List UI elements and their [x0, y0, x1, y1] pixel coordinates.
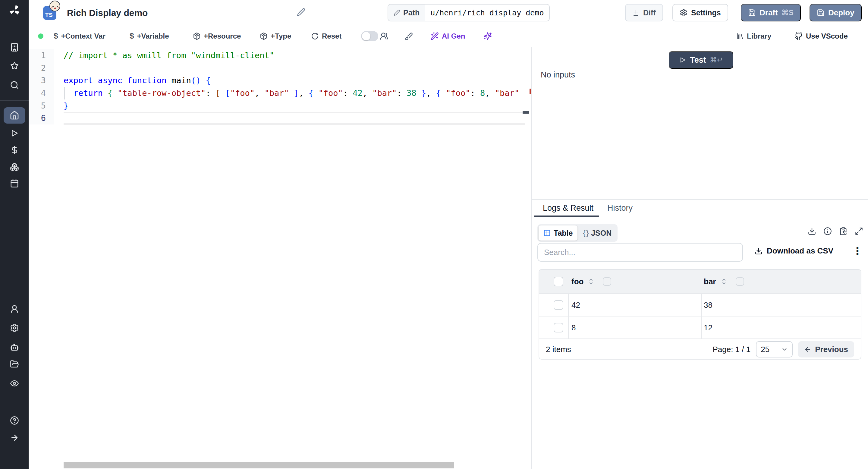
code-line[interactable] — [64, 62, 525, 74]
column-bar-checkbox[interactable] — [736, 277, 744, 286]
eye-icon — [10, 379, 19, 388]
windmill-logo[interactable] — [8, 4, 21, 16]
diff-button[interactable]: Diff — [625, 4, 663, 22]
view-json-button[interactable]: { } JSON — [578, 225, 616, 241]
sidebar-item-workers[interactable] — [5, 340, 24, 355]
previous-page-button[interactable]: Previous — [798, 341, 854, 357]
add-resource-button[interactable]: +Resource — [193, 25, 241, 47]
sidebar — [0, 0, 29, 469]
add-variable-button[interactable]: $ +Variable — [130, 25, 169, 47]
emoji-badge — [50, 1, 60, 11]
multiplayer-toggle[interactable] — [361, 31, 378, 41]
sidebar-item-favorites[interactable] — [5, 58, 24, 73]
collaborators-button[interactable] — [380, 25, 388, 47]
reset-button[interactable]: Reset — [311, 25, 341, 47]
sidebar-item-resources[interactable] — [5, 159, 24, 175]
use-vscode-button[interactable]: Use VScode — [795, 25, 848, 47]
sparkles-icon — [484, 32, 492, 40]
column-header-bar[interactable]: bar — [704, 277, 716, 286]
sidebar-item-settings[interactable] — [5, 320, 24, 336]
add-type-button[interactable]: +Type — [260, 25, 291, 47]
chevron-down-icon — [781, 346, 788, 353]
sidebar-item-runs[interactable] — [5, 126, 24, 141]
deploy-button[interactable]: Deploy — [809, 4, 862, 22]
save-icon — [748, 9, 756, 17]
code-editor[interactable]: 123456 // import * as wmill from "windmi… — [29, 47, 531, 469]
draft-shortcut: ⌘S — [781, 8, 794, 17]
select-all-checkbox[interactable] — [554, 277, 563, 286]
package-icon — [260, 32, 268, 40]
add-context-var-button[interactable]: $ +Context Var — [54, 25, 105, 47]
ai-gen-button[interactable]: AI Gen — [430, 25, 465, 47]
result-table: foo bar 42 38 — [538, 269, 861, 359]
sidebar-item-folders[interactable] — [5, 356, 24, 372]
code-line[interactable] — [64, 112, 525, 124]
table-menu-button[interactable]: ⋮ — [852, 245, 863, 258]
sort-foo-button[interactable] — [587, 278, 595, 285]
expand-result-button[interactable] — [855, 227, 863, 236]
sidebar-item-help[interactable] — [5, 413, 24, 428]
braces-icon: { } — [583, 229, 588, 237]
gear-icon — [680, 9, 687, 17]
result-info-button[interactable] — [824, 227, 832, 236]
diff-icon — [632, 9, 640, 16]
path-label: Path — [388, 4, 425, 21]
path-value[interactable]: u/henri/rich_display_demo — [425, 4, 549, 21]
sidebar-item-variables[interactable] — [5, 143, 24, 158]
view-table-button[interactable]: Table — [538, 225, 578, 241]
folder-open-icon — [10, 359, 19, 369]
row-checkbox[interactable] — [554, 323, 563, 333]
edit-summary-button[interactable] — [297, 8, 305, 16]
draft-button[interactable]: Draft ⌘S — [741, 4, 801, 22]
column-foo-checkbox[interactable] — [603, 277, 611, 286]
building-icon — [10, 43, 19, 52]
copy-result-button[interactable] — [839, 227, 847, 236]
download-csv-button[interactable]: Download as CSV — [755, 246, 833, 256]
home-icon — [10, 111, 19, 120]
tab-history[interactable]: History — [607, 204, 632, 213]
table-header-row: foo bar — [539, 270, 861, 293]
page-indicator: Page: 1 / 1 — [712, 345, 750, 354]
path-field[interactable]: Path u/henri/rich_display_demo — [388, 4, 550, 22]
download-result-button[interactable] — [808, 227, 816, 236]
code-line[interactable]: export async function main() { — [64, 74, 525, 87]
sidebar-item-audit[interactable] — [5, 376, 24, 391]
settings-button[interactable]: Settings — [673, 4, 728, 22]
sidebar-expand-button[interactable] — [5, 430, 24, 445]
cell-foo: 8 — [571, 323, 576, 332]
user-icon — [10, 305, 19, 313]
overview-ruler-cursor-mark — [523, 111, 529, 114]
code-line[interactable]: // import * as wmill from "windmill-clie… — [64, 49, 525, 62]
sidebar-item-search[interactable] — [5, 77, 24, 93]
code-content[interactable]: // import * as wmill from "windmill-clie… — [64, 49, 525, 124]
bot-icon — [10, 343, 19, 352]
tab-logs-result[interactable]: Logs & Result — [543, 204, 593, 213]
sidebar-item-schedules[interactable] — [5, 176, 24, 191]
dollar-icon — [10, 146, 19, 155]
sidebar-item-building[interactable] — [5, 40, 24, 55]
ai-sparkles-button[interactable] — [484, 25, 492, 47]
sidebar-item-home[interactable] — [4, 107, 25, 124]
horizontal-scrollbar[interactable] — [64, 462, 454, 468]
sort-icon — [587, 278, 595, 285]
top-bar: TS Rich Display demo Path u/henri/rich_d… — [29, 0, 868, 25]
wand-icon — [430, 32, 439, 40]
format-code-button[interactable] — [404, 25, 413, 47]
table-row[interactable]: 42 38 — [539, 293, 861, 316]
test-button[interactable]: Test ⌘↵ — [669, 51, 733, 69]
sidebar-item-account[interactable] — [5, 302, 24, 316]
row-checkbox[interactable] — [554, 300, 563, 310]
package-icon — [193, 32, 201, 40]
page-size-select[interactable]: 25 — [756, 341, 793, 357]
save-icon — [817, 9, 825, 17]
code-line[interactable]: return { "table-row-object": [ ["foo", "… — [64, 87, 525, 99]
code-line[interactable]: } — [64, 99, 525, 112]
table-search-input[interactable] — [537, 243, 743, 262]
column-header-foo[interactable]: foo — [571, 277, 584, 286]
library-button[interactable]: Library — [736, 25, 771, 47]
users-icon — [380, 32, 388, 40]
download-icon — [808, 227, 816, 236]
table-row[interactable]: 8 12 — [539, 316, 861, 339]
sort-bar-button[interactable] — [720, 278, 727, 285]
info-icon — [824, 227, 832, 236]
